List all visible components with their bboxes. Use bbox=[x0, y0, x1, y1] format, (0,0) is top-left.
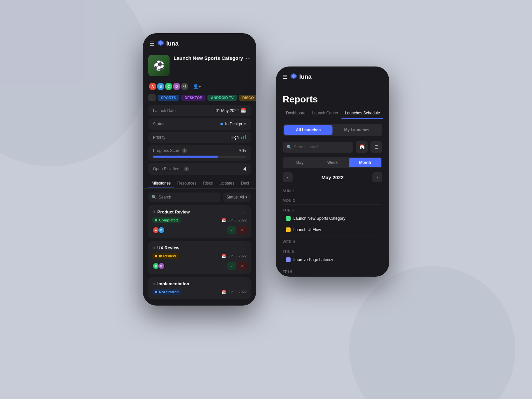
avatar: D bbox=[172, 82, 181, 91]
status-dot bbox=[220, 123, 223, 125]
add-person-button[interactable]: 👤+ bbox=[193, 84, 201, 89]
logo-icon bbox=[290, 72, 297, 81]
approve-button[interactable]: ✓ bbox=[227, 262, 236, 270]
tab-launches-schedule[interactable]: Launches Schedule bbox=[341, 108, 383, 119]
hamburger-icon[interactable]: ☰ bbox=[150, 41, 154, 47]
approve-button[interactable]: ✓ bbox=[227, 226, 236, 234]
status-row[interactable]: Status In Design ▾ bbox=[148, 118, 251, 130]
tag-desktop[interactable]: DESKTOP bbox=[181, 95, 205, 101]
calendar-month-label: May 2022 bbox=[322, 175, 344, 180]
avatar: B bbox=[158, 226, 165, 234]
drag-handle-icon[interactable]: ⠿ bbox=[152, 245, 155, 250]
milestone-actions: ✓ ✕ bbox=[227, 262, 247, 270]
avatar: B bbox=[156, 82, 165, 91]
launch-item[interactable]: Improve Page Latency bbox=[283, 255, 382, 265]
reports-nav-tabs: Dashboard Launch Center Launches Schedul… bbox=[276, 108, 389, 119]
day-label: THU 5 bbox=[283, 247, 382, 255]
project-title: Launch New Sports Category bbox=[174, 55, 251, 62]
progress-label: Progress Score bbox=[153, 148, 181, 153]
project-hero: ⚽ Launch New Sports Category ··· bbox=[143, 52, 256, 79]
tab-dashboard[interactable]: Dashboard bbox=[283, 108, 309, 119]
drag-handle-icon[interactable]: ⠿ bbox=[152, 209, 155, 214]
search-input[interactable]: Search bbox=[159, 195, 171, 200]
phone-project-detail: ☰ luna ⚽ Launch New Sports Category bbox=[143, 33, 256, 306]
tag-android[interactable]: ANDROID TV bbox=[207, 95, 237, 101]
month-view-tab[interactable]: Month bbox=[349, 158, 381, 167]
day-label: TUE 3 bbox=[283, 205, 382, 213]
milestone-title: UX Review bbox=[157, 245, 179, 250]
milestone-card: ⠿ Product Review ··· Completed 📅 Jun 5, … bbox=[148, 205, 251, 238]
search-launch-box[interactable]: 🔍 Search launch bbox=[283, 142, 353, 153]
week-view-tab[interactable]: Week bbox=[316, 158, 349, 167]
milestone-menu-button[interactable]: ··· bbox=[243, 245, 247, 250]
tab-launch-center[interactable]: Launch Center bbox=[309, 108, 342, 119]
tab-milestones[interactable]: Milestones bbox=[148, 179, 174, 188]
filter-dropdown[interactable]: Status: All ▾ bbox=[223, 193, 251, 202]
risk-section: Open Risk Items i 4 bbox=[143, 163, 256, 175]
tag-disco[interactable]: DISCO bbox=[239, 95, 256, 101]
calendar-icon: 📅 bbox=[359, 144, 365, 150]
milestone-avatars: C D bbox=[152, 262, 165, 270]
search-actions-row: 🔍 Search launch 📅 ☰ bbox=[276, 141, 389, 153]
tab-resources[interactable]: Resources bbox=[174, 179, 200, 188]
status-dot bbox=[155, 291, 157, 293]
project-menu-button[interactable]: ··· bbox=[246, 55, 251, 62]
day-view-tab[interactable]: Day bbox=[284, 158, 316, 167]
launch-item[interactable]: Launch New Sports Category bbox=[283, 213, 382, 223]
tab-updates[interactable]: Updates bbox=[216, 179, 238, 188]
schedule-day: SUN 1 bbox=[283, 186, 382, 195]
status-dot bbox=[155, 219, 157, 221]
milestones-search-box[interactable]: 🔍 Search bbox=[148, 193, 220, 202]
progress-bar-fill bbox=[153, 156, 218, 158]
milestone-card: ⠿ UX Review ··· In Review 📅 Jun 5, 2022 bbox=[148, 241, 251, 274]
project-info: Launch New Sports Category bbox=[174, 55, 251, 62]
risk-row: Open Risk Items i 4 bbox=[148, 163, 251, 175]
launch-date-row: Launch Date 01 May 2022 📅 bbox=[148, 105, 251, 116]
launch-color-indicator bbox=[286, 216, 291, 221]
project-image: ⚽ bbox=[153, 60, 165, 71]
milestone-menu-button[interactable]: ··· bbox=[243, 281, 247, 286]
priority-label: Priority bbox=[153, 135, 165, 140]
logo-text: luna bbox=[299, 73, 312, 80]
avatar: D bbox=[158, 262, 165, 270]
progress-value: 70% bbox=[238, 148, 246, 153]
my-launches-button[interactable]: My Launches bbox=[332, 125, 381, 135]
reject-button[interactable]: ✕ bbox=[238, 262, 247, 270]
tab-deci[interactable]: Deci bbox=[238, 179, 252, 188]
launch-color-indicator bbox=[286, 227, 291, 232]
calendar-filter-button[interactable]: 📅 bbox=[356, 141, 368, 153]
prev-month-button[interactable]: ‹ bbox=[283, 172, 293, 182]
status-badge: Completed bbox=[152, 217, 181, 223]
status-badge: In Review bbox=[152, 253, 179, 259]
reject-button[interactable]: ✕ bbox=[238, 226, 247, 234]
launch-date-value: 01 May 2022 📅 bbox=[216, 108, 246, 113]
search-input[interactable]: Search launch bbox=[294, 145, 320, 149]
all-launches-button[interactable]: All Launches bbox=[284, 125, 332, 135]
list-filter-button[interactable]: ☰ bbox=[370, 141, 382, 153]
calendar-nav: ‹ May 2022 › bbox=[276, 172, 389, 182]
risk-value: 4 bbox=[243, 166, 246, 172]
launch-item[interactable]: Launch UI Flow bbox=[283, 225, 382, 235]
milestone-title: Product Review bbox=[157, 209, 190, 214]
drag-handle-icon[interactable]: ⠿ bbox=[152, 281, 155, 286]
day-label: SUN 1 bbox=[283, 186, 382, 194]
milestone-menu-button[interactable]: ··· bbox=[243, 209, 247, 214]
milestone-title: Implementation bbox=[157, 281, 189, 286]
risk-label: Open Risk Items bbox=[153, 167, 183, 171]
milestones-section: 🔍 Search Status: All ▾ ⠿ Product Review … bbox=[143, 189, 256, 306]
calendar-icon: 📅 bbox=[221, 254, 226, 258]
tab-risks[interactable]: Risks bbox=[200, 179, 216, 188]
tag-sports[interactable]: SPORTS bbox=[158, 95, 179, 101]
status-dot bbox=[155, 255, 157, 257]
tags-row: + SPORTS DESKTOP ANDROID TV DISCO bbox=[143, 91, 256, 105]
status-badge: Not Started bbox=[152, 289, 181, 295]
filter-list-icon: ☰ bbox=[374, 144, 379, 150]
launch-date-label: Launch Date bbox=[153, 108, 176, 113]
reports-header: Reports bbox=[276, 85, 389, 108]
project-thumbnail: ⚽ bbox=[148, 55, 170, 76]
add-tag-button[interactable]: + bbox=[148, 94, 156, 101]
view-tabs: Day Week Month bbox=[283, 157, 382, 168]
calendar-icon: 📅 bbox=[241, 108, 246, 113]
next-month-button[interactable]: › bbox=[372, 172, 382, 182]
hamburger-icon[interactable]: ☰ bbox=[283, 74, 287, 80]
